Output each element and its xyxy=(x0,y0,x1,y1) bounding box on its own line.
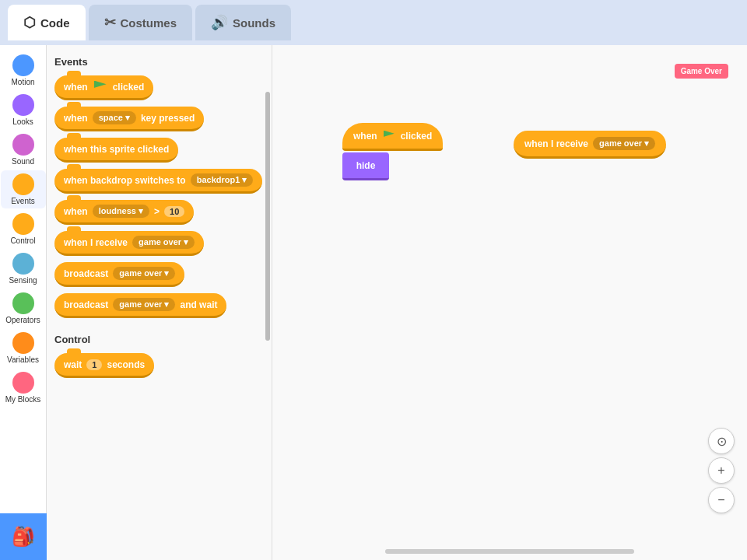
broadcast-wait-dropdown[interactable]: game over ▾ xyxy=(113,298,175,311)
tab-code-label: Code xyxy=(40,16,70,30)
block-broadcast[interactable]: broadcast game over ▾ xyxy=(54,262,184,287)
sidebar-label-events: Events xyxy=(11,197,35,205)
tab-sounds[interactable]: 🔊 Sounds xyxy=(195,5,291,40)
costumes-icon: ✂ xyxy=(104,14,116,31)
block-when-key-pressed[interactable]: when space ▾ key pressed xyxy=(54,107,204,131)
zoom-in-icon: + xyxy=(717,464,724,478)
broadcast-dropdown[interactable]: game over ▾ xyxy=(113,267,175,280)
block-broadcast-wait[interactable]: broadcast game over ▾ and wait xyxy=(54,293,226,318)
sound-dot xyxy=(12,134,34,156)
loudness-dropdown[interactable]: loudness ▾ xyxy=(93,205,149,218)
main-area: Motion Looks Sound Events Control Sensin… xyxy=(0,45,747,560)
sidebar-label-control: Control xyxy=(10,236,35,245)
game-over-badge: Game Over xyxy=(675,64,728,79)
receive-dropdown[interactable]: game over ▾ xyxy=(132,236,195,249)
operators-dot xyxy=(12,292,34,314)
looks-dot xyxy=(12,94,34,116)
bottom-left-panel[interactable]: 🎒 xyxy=(0,513,47,560)
script-group-1: when clicked hide xyxy=(342,123,443,180)
sidebar-item-myblocks[interactable]: My Blocks xyxy=(1,369,46,407)
panel-scrollbar[interactable] xyxy=(265,92,270,341)
blocks-panel: Events when clicked when space ▾ key pre… xyxy=(47,45,272,560)
myblocks-dot xyxy=(12,372,34,394)
events-section-title: Events xyxy=(54,56,264,68)
script-group-2: when I receive game over ▾ xyxy=(514,131,666,159)
ws-green-flag-icon xyxy=(384,131,395,142)
sidebar-item-variables[interactable]: Variables xyxy=(1,329,46,367)
green-flag-icon xyxy=(94,81,107,93)
backdrop-dropdown[interactable]: backdrop1 ▾ xyxy=(191,173,254,187)
block-wait-seconds[interactable]: wait 1 seconds xyxy=(54,353,154,378)
wait-value[interactable]: 1 xyxy=(86,359,102,370)
sidebar-item-sound[interactable]: Sound xyxy=(1,131,46,169)
sidebar-item-operators[interactable]: Operators xyxy=(1,289,46,327)
tab-costumes-label: Costumes xyxy=(121,16,177,30)
zoom-out-button[interactable]: − xyxy=(708,487,735,513)
sounds-icon: 🔊 xyxy=(211,14,228,31)
sidebar-item-events[interactable]: Events xyxy=(1,170,46,208)
zoom-controls: ⊙ + − xyxy=(708,428,735,513)
sensing-dot xyxy=(12,253,34,275)
zoom-in-button[interactable]: + xyxy=(708,457,735,484)
sidebar-label-myblocks: My Blocks xyxy=(5,395,41,404)
top-tabs: ⬡ Code ✂ Costumes 🔊 Sounds xyxy=(0,0,747,45)
block-when-backdrop[interactable]: when backdrop switches to backdrop1 ▾ xyxy=(54,169,262,194)
code-icon: ⬡ xyxy=(23,14,36,31)
workspace-scrollbar[interactable] xyxy=(385,549,634,554)
sidebar-label-motion: Motion xyxy=(11,78,34,86)
block-when-flag-clicked[interactable]: when clicked xyxy=(54,75,153,100)
variables-dot xyxy=(12,332,34,354)
sidebar-item-motion[interactable]: Motion xyxy=(1,51,46,89)
sidebar-item-looks[interactable]: Looks xyxy=(1,91,46,129)
sidebar-label-variables: Variables xyxy=(7,355,39,364)
ws-when-flag-clicked[interactable]: when clicked xyxy=(342,123,443,151)
key-dropdown[interactable]: space ▾ xyxy=(93,111,136,124)
block-when-receive[interactable]: when I receive game over ▾ xyxy=(54,231,204,256)
tab-costumes[interactable]: ✂ Costumes xyxy=(89,5,193,40)
ws-when-receive-gameover[interactable]: when I receive game over ▾ xyxy=(514,131,666,159)
zoom-reset-button[interactable]: ⊙ xyxy=(708,428,735,454)
ws-hide-block[interactable]: hide xyxy=(342,152,389,180)
backpack-icon: 🎒 xyxy=(12,526,35,548)
sidebar: Motion Looks Sound Events Control Sensin… xyxy=(0,45,47,560)
workspace[interactable]: Game Over when clicked hide when I recei… xyxy=(272,45,747,560)
sidebar-label-sound: Sound xyxy=(12,157,34,166)
events-dot xyxy=(12,173,34,195)
control-section-title: Control xyxy=(54,334,264,345)
zoom-reset-icon: ⊙ xyxy=(717,434,727,449)
tab-code[interactable]: ⬡ Code xyxy=(8,5,86,40)
zoom-out-icon: − xyxy=(717,493,724,507)
ws-receive-dropdown[interactable]: game over ▾ xyxy=(593,137,655,150)
sidebar-item-control[interactable]: Control xyxy=(1,210,46,248)
sidebar-label-looks: Looks xyxy=(12,117,33,126)
control-dot xyxy=(12,213,34,235)
sidebar-item-sensing[interactable]: Sensing xyxy=(1,250,46,288)
motion-dot xyxy=(12,54,34,76)
when-sprite-label: when this sprite clicked xyxy=(64,144,169,155)
tab-sounds-label: Sounds xyxy=(233,16,275,30)
sidebar-label-operators: Operators xyxy=(5,316,40,324)
block-when-sprite-clicked[interactable]: when this sprite clicked xyxy=(54,138,178,163)
block-when-loudness[interactable]: when loudness ▾ > 10 xyxy=(54,200,194,225)
loudness-value[interactable]: 10 xyxy=(164,206,184,217)
sidebar-label-sensing: Sensing xyxy=(9,276,37,285)
